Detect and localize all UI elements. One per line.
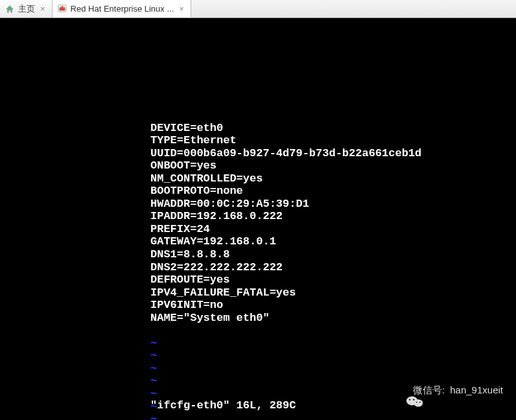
close-icon[interactable]: × [178, 4, 185, 14]
tab-home[interactable]: 主页 × [0, 0, 53, 18]
wechat-icon [390, 382, 408, 398]
redhat-icon [58, 4, 67, 13]
terminal-view[interactable]: DEVICE=eth0 TYPE=Ethernet UUID=000b6a09-… [0, 18, 516, 420]
watermark: 微信号: han_91xueit [390, 382, 503, 398]
svg-rect-1 [59, 7, 65, 10]
svg-point-4 [414, 399, 423, 406]
home-icon [5, 5, 14, 14]
vi-status-line: "ifcfg-eth0" 16L, 289C [150, 399, 296, 412]
svg-point-5 [409, 399, 410, 401]
svg-point-2 [61, 6, 63, 8]
watermark-prefix: 微信号: [413, 384, 445, 395]
svg-point-8 [419, 402, 421, 403]
close-icon[interactable]: × [39, 4, 47, 14]
watermark-handle: han_91xueit [450, 384, 503, 395]
tab-bar: 主页 × Red Hat Enterprise Linux ... × [0, 0, 516, 18]
tab-home-label: 主页 [18, 3, 35, 15]
svg-point-6 [413, 399, 414, 401]
svg-point-7 [416, 402, 417, 403]
config-content: DEVICE=eth0 TYPE=Ethernet UUID=000b6a09-… [150, 122, 516, 325]
tab-vm-label: Red Hat Enterprise Linux ... [71, 4, 174, 14]
tab-vm[interactable]: Red Hat Enterprise Linux ... × [53, 0, 191, 18]
